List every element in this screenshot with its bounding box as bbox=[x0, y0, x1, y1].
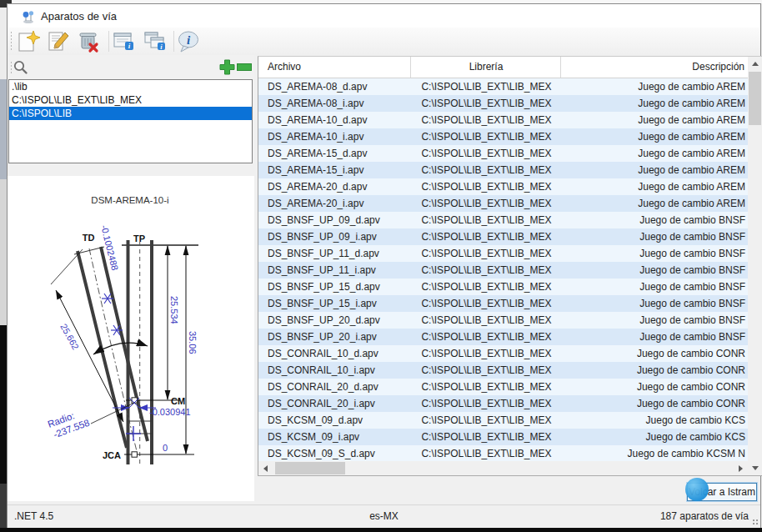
delete-item-button[interactable] bbox=[75, 29, 102, 54]
library-path-item[interactable]: C:\ISPOL\LIB bbox=[9, 107, 252, 120]
radius-label-group: Radio: -237.558 bbox=[47, 406, 91, 440]
minus-icon bbox=[237, 63, 252, 71]
background-window-sliver bbox=[0, 8, 7, 79]
table-row[interactable]: DS_AREMA-20_i.apvC:\ISPOL\LIB_EXT\LIB_ME… bbox=[258, 195, 749, 212]
library-path-list[interactable]: .\libC:\ISPOL\LIB_EXT\LIB_MEXC:\ISPOL\LI… bbox=[8, 79, 253, 163]
vertical-scroll-thumb[interactable] bbox=[749, 72, 761, 125]
delete-item-icon bbox=[75, 29, 102, 54]
copy-item-icon: i bbox=[142, 29, 168, 54]
cell-description: Juego de cambio AREM bbox=[562, 145, 747, 162]
cell-file: DS_KCSM_09_d.apv bbox=[258, 412, 411, 429]
scroll-right-button[interactable] bbox=[734, 461, 748, 475]
toolbar-grip[interactable] bbox=[10, 31, 13, 52]
cell-description: Juego de cambio AREM bbox=[562, 128, 747, 145]
cell-description: Juego de cambio AREM bbox=[562, 178, 747, 195]
table-row[interactable]: DS_AREMA-20_d.apvC:\ISPOL\LIB_EXT\LIB_ME… bbox=[258, 178, 749, 195]
table-row[interactable]: DS_BNSF_UP_15_i.apvC:\ISPOL\LIB_EXT\LIB_… bbox=[258, 295, 749, 312]
background-window-sliver bbox=[0, 484, 7, 532]
cm-label: CM bbox=[171, 396, 185, 406]
new-item-button[interactable] bbox=[15, 29, 42, 54]
cell-description: Juego de cambio BNSF bbox=[562, 312, 747, 329]
cell-library: C:\ISPOL\LIB_EXT\LIB_MEX bbox=[412, 195, 561, 212]
cell-library: C:\ISPOL\LIB_EXT\LIB_MEX bbox=[412, 412, 561, 429]
table-row[interactable]: DS_KCSM_09_i.apvC:\ISPOL\LIB_EXT\LIB_MEX… bbox=[258, 429, 749, 445]
add-library-button[interactable] bbox=[218, 58, 236, 77]
scroll-down-button[interactable] bbox=[748, 461, 762, 475]
click-indicator bbox=[685, 478, 709, 501]
library-path-item[interactable]: .\lib bbox=[9, 80, 252, 93]
item-info-button[interactable]: i bbox=[111, 29, 138, 54]
tp-label: TP bbox=[133, 233, 145, 243]
cell-library: C:\ISPOL\LIB_EXT\LIB_MEX bbox=[412, 212, 561, 228]
table-row[interactable]: DS_BNSF_UP_09_i.apvC:\ISPOL\LIB_EXT\LIB_… bbox=[258, 228, 749, 245]
search-icon[interactable] bbox=[13, 59, 28, 75]
cell-file: DS_CONRAIL_10_i.apv bbox=[258, 362, 411, 379]
straight-dim-label: 25.534 bbox=[169, 296, 179, 324]
background-window-sliver bbox=[0, 528, 762, 532]
table-row[interactable]: DS_AREMA-08_d.apvC:\ISPOL\LIB_EXT\LIB_ME… bbox=[258, 78, 749, 95]
table-row[interactable]: DS_BNSF_UP_11_i.apvC:\ISPOL\LIB_EXT\LIB_… bbox=[258, 262, 749, 279]
library-path-item[interactable]: C:\ISPOL\LIB_EXT\LIB_MEX bbox=[9, 93, 252, 107]
table-row[interactable]: DS_KCSM_09_S_d.apvC:\ISPOL\LIB_EXT\LIB_M… bbox=[258, 445, 749, 462]
apv-table-body: DS_AREMA-08_d.apvC:\ISPOL\LIB_EXT\LIB_ME… bbox=[258, 78, 749, 462]
preview-title: DSM-AREMA-10-i bbox=[91, 195, 168, 205]
scroll-left-button[interactable] bbox=[258, 461, 273, 475]
table-row[interactable]: DS_AREMA-15_d.apvC:\ISPOL\LIB_EXT\LIB_ME… bbox=[258, 145, 749, 162]
cell-file: DS_BNSF_UP_09_d.apv bbox=[258, 212, 411, 228]
status-locale: es-MX bbox=[369, 510, 399, 522]
cell-file: DS_AREMA-20_i.apv bbox=[258, 195, 411, 212]
edit-item-button[interactable] bbox=[45, 29, 72, 54]
remove-library-button[interactable] bbox=[236, 61, 253, 73]
table-row[interactable]: DS_BNSF_UP_15_d.apvC:\ISPOL\LIB_EXT\LIB_… bbox=[258, 279, 749, 295]
table-row[interactable]: DS_KCSM_09_d.apvC:\ISPOL\LIB_EXT\LIB_MEX… bbox=[258, 412, 749, 429]
cell-description: Juego de cambio AREM bbox=[562, 112, 747, 128]
table-row[interactable]: DS_CONRAIL_20_d.apvC:\ISPOL\LIB_EXT\LIB_… bbox=[258, 379, 749, 395]
total-dim-label: 35.06 bbox=[188, 331, 198, 354]
table-horizontal-scrollbar[interactable] bbox=[258, 461, 748, 475]
status-bar: .NET 4.5 es-MX 187 aparatos de vía bbox=[8, 504, 760, 528]
table-row[interactable]: DS_BNSF_UP_09_d.apvC:\ISPOL\LIB_EXT\LIB_… bbox=[258, 212, 749, 228]
table-vertical-scrollbar[interactable] bbox=[748, 57, 762, 475]
table-row[interactable]: DS_AREMA-08_i.apvC:\ISPOL\LIB_EXT\LIB_ME… bbox=[258, 95, 749, 112]
cell-description: Juego de cambio BNSF bbox=[562, 295, 747, 312]
resize-grip[interactable] bbox=[752, 519, 759, 525]
table-row[interactable]: DS_CONRAIL_10_d.apvC:\ISPOL\LIB_EXT\LIB_… bbox=[258, 345, 749, 362]
scroll-up-button[interactable] bbox=[748, 57, 762, 71]
cell-file: DS_AREMA-15_i.apv bbox=[258, 162, 411, 178]
cell-file: DS_BNSF_UP_20_d.apv bbox=[258, 312, 411, 329]
cell-file: DS_BNSF_UP_11_d.apv bbox=[258, 245, 411, 262]
table-row[interactable]: DS_AREMA-15_i.apvC:\ISPOL\LIB_EXT\LIB_ME… bbox=[258, 162, 749, 178]
table-row[interactable]: DS_BNSF_UP_20_i.apvC:\ISPOL\LIB_EXT\LIB_… bbox=[258, 329, 749, 345]
screen: Aparatos de vía bbox=[0, 0, 762, 532]
table-row[interactable]: DS_CONRAIL_10_i.apvC:\ISPOL\LIB_EXT\LIB_… bbox=[258, 362, 749, 379]
horizontal-scroll-thumb[interactable] bbox=[275, 462, 345, 474]
apv-table: ArchivoLibreríaDescripción DS_AREMA-08_d… bbox=[258, 56, 762, 476]
column-header-1[interactable]: Librería bbox=[412, 57, 561, 78]
cell-file: DS_AREMA-10_d.apv bbox=[258, 112, 411, 128]
cell-library: C:\ISPOL\LIB_EXT\LIB_MEX bbox=[412, 128, 561, 145]
table-row[interactable]: DS_AREMA-10_d.apvC:\ISPOL\LIB_EXT\LIB_ME… bbox=[258, 112, 749, 128]
about-button[interactable]: i bbox=[176, 29, 203, 54]
cell-file: DS_BNSF_UP_15_i.apv bbox=[258, 295, 411, 312]
cell-file: DS_CONRAIL_20_i.apv bbox=[258, 395, 411, 412]
cell-file: DS_BNSF_UP_20_i.apv bbox=[258, 329, 411, 345]
diagonal-dim-label: 25.662 bbox=[58, 322, 81, 351]
copy-item-button[interactable]: i bbox=[142, 29, 168, 54]
table-row[interactable]: DS_BNSF_UP_20_d.apvC:\ISPOL\LIB_EXT\LIB_… bbox=[258, 312, 749, 329]
table-row[interactable]: DS_BNSF_UP_11_d.apvC:\ISPOL\LIB_EXT\LIB_… bbox=[258, 245, 749, 262]
cell-description: Juego de cambio AREM bbox=[562, 78, 747, 95]
cell-description: Juego de cambio KCSM N bbox=[562, 445, 747, 462]
column-header-0[interactable]: Archivo bbox=[258, 57, 411, 78]
table-row[interactable]: DS_AREMA-10_i.apvC:\ISPOL\LIB_EXT\LIB_ME… bbox=[258, 128, 749, 145]
column-header-2[interactable]: Descripción bbox=[562, 57, 747, 78]
toolbar-separator bbox=[108, 31, 109, 52]
cell-description: Juego de cambio BNSF bbox=[562, 245, 747, 262]
cell-library: C:\ISPOL\LIB_EXT\LIB_MEX bbox=[412, 145, 561, 162]
cell-description: Juego de cambio CONR bbox=[562, 362, 747, 379]
preview-panel: DSM-AREMA-10-i TD TP 25.662 bbox=[8, 176, 254, 501]
cell-file: DS_KCSM_09_S_d.apv bbox=[258, 445, 411, 462]
offset-dim-label: -0.030941 bbox=[149, 407, 191, 417]
cell-description: Juego de cambio CONR bbox=[562, 379, 747, 395]
cell-file: DS_AREMA-15_d.apv bbox=[258, 145, 411, 162]
table-row[interactable]: DS_CONRAIL_20_i.apvC:\ISPOL\LIB_EXT\LIB_… bbox=[258, 395, 749, 412]
